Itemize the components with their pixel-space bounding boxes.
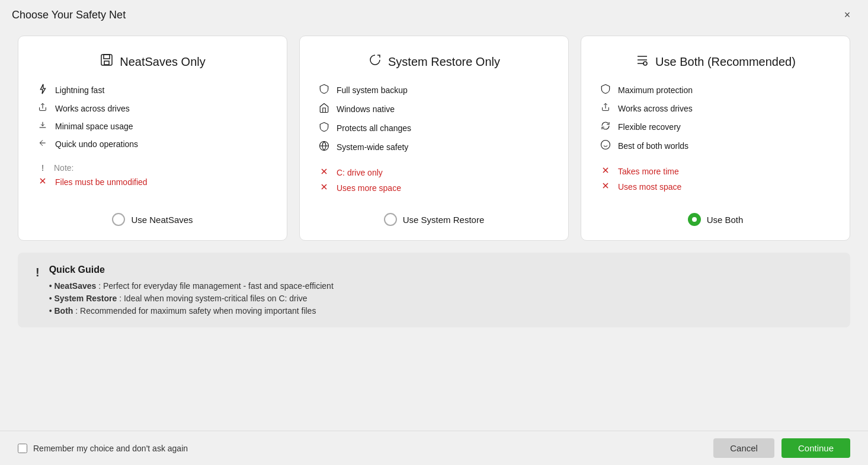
feature-item: Full system backup [318,84,550,97]
svg-rect-0 [101,55,112,65]
undo-icon [36,138,49,150]
shield3-icon [599,84,612,97]
radio-systemrestore[interactable] [384,213,397,226]
feature-text: Full system backup [337,85,408,95]
cards-row: NeatSaves OnlyLightning fastWorks across… [18,36,850,241]
feature-list-systemrestore: Full system backupWindows nativeProtects… [318,84,550,154]
note-label: !Note: [36,163,269,173]
card-useboth: Use Both (Recommended)Maximum protection… [581,36,850,241]
negative-item: C: drive only [318,167,550,179]
download-icon [36,120,49,132]
globe-icon [318,141,331,154]
card-title-useboth: Use Both (Recommended) [655,55,796,69]
svg-point-19 [601,141,610,149]
smile-icon [599,139,612,152]
exclamation-icon: ! [36,266,40,279]
feature-text: Best of both worlds [618,141,688,151]
feature-item: Maximum protection [599,84,832,97]
refresh-icon [599,120,612,133]
negative-item: Uses most space [599,181,832,193]
main-content: NeatSaves OnlyLightning fastWorks across… [0,30,868,431]
quick-guide-item: System Restore : Ideal when moving syste… [49,294,832,303]
svg-point-17 [643,62,647,65]
card-neatsaves: NeatSaves OnlyLightning fastWorks across… [18,36,287,241]
note-section: !Note:Files must be unmodified [36,163,269,192]
title-bar: Choose Your Safety Net × [0,0,868,30]
card-header-neatsaves: NeatSaves Only [36,53,269,71]
feature-list-useboth: Maximum protectionWorks across drivesFle… [599,84,832,152]
dialog-title: Choose Your Safety Net [12,9,126,21]
feature-item: Flexible recovery [599,120,832,133]
card-header-useboth: Use Both (Recommended) [599,53,832,71]
x-icon [599,181,612,193]
card-systemrestore: System Restore OnlyFull system backupWin… [299,36,569,241]
remember-checkbox[interactable] [18,444,27,453]
feature-text: Windows native [337,104,395,114]
neg-section: Takes more timeUses most space [599,165,832,196]
quick-guide-header: ! Quick Guide NeatSaves : Perfect for ev… [36,265,832,316]
feature-item: Windows native [318,103,550,116]
close-button[interactable]: × [838,6,856,24]
remember-row: Remember my choice and don't ask again [18,444,188,453]
svg-rect-1 [104,55,110,59]
quick-guide-item: NeatSaves : Perfect for everyday file ma… [49,281,832,291]
negative-item: Takes more time [599,165,832,177]
feature-text: System-wide safety [337,142,408,152]
radio-neatsaves[interactable] [112,213,125,226]
footer: Remember my choice and don't ask again C… [0,431,868,465]
card-title-neatsaves: NeatSaves Only [120,55,206,69]
quick-guide-content: Quick Guide NeatSaves : Perfect for ever… [49,265,832,316]
share-icon [36,103,49,114]
feature-item: Best of both worlds [599,139,832,152]
note-icon: ! [36,163,49,173]
home-icon [318,103,331,116]
radio-label-useboth: Use Both [707,215,744,225]
feature-item: Minimal space usage [36,120,269,132]
radio-useboth[interactable] [688,213,701,226]
feature-text: Maximum protection [618,85,693,95]
radio-label-systemrestore: Use System Restore [403,215,485,225]
feature-item: Works across drives [599,103,832,114]
quick-guide-list: NeatSaves : Perfect for everyday file ma… [49,281,832,316]
continue-button[interactable]: Continue [781,438,850,458]
x-icon [318,167,331,179]
feature-item: Lightning fast [36,84,269,97]
feature-text: Works across drives [55,104,130,113]
radio-row-systemrestore[interactable]: Use System Restore [318,202,550,226]
feature-text: Works across drives [618,104,693,113]
remember-label: Remember my choice and don't ask again [33,444,188,453]
quick-guide-item: Both : Recommended for maximum safety wh… [49,306,832,316]
neg-section: C: drive onlyUses more space [318,167,550,198]
feature-item: Quick undo operations [36,138,269,150]
feature-item: Works across drives [36,103,269,114]
list-icon [635,53,649,71]
feature-text: Quick undo operations [55,139,138,149]
feature-text: Protects all changes [337,123,411,133]
x-icon [36,176,49,188]
feature-text: Minimal space usage [55,122,133,131]
feature-text: Lightning fast [55,85,104,95]
x-icon [599,165,612,177]
feature-item: System-wide safety [318,141,550,154]
negative-item: Uses more space [318,182,550,194]
radio-row-useboth[interactable]: Use Both [599,202,832,226]
floppy-disk-icon [100,53,114,71]
shield2-icon [318,122,331,135]
feature-text: Flexible recovery [618,122,681,132]
quick-guide: ! Quick Guide NeatSaves : Perfect for ev… [18,253,850,327]
x-icon [318,182,331,194]
feature-item: Protects all changes [318,122,550,135]
negative-item: Files must be unmodified [36,176,269,188]
card-title-systemrestore: System Restore Only [388,55,500,69]
share2-icon [599,103,612,114]
restore-icon [368,53,382,71]
footer-buttons: Cancel Continue [713,438,850,458]
quick-guide-title: Quick Guide [49,265,832,275]
cancel-button[interactable]: Cancel [713,438,774,458]
shield-icon [318,84,331,97]
svg-rect-2 [104,61,109,65]
radio-row-neatsaves[interactable]: Use NeatSaves [36,202,269,226]
card-header-systemrestore: System Restore Only [318,53,550,71]
lightning-icon [36,84,49,97]
radio-label-neatsaves: Use NeatSaves [131,215,193,225]
